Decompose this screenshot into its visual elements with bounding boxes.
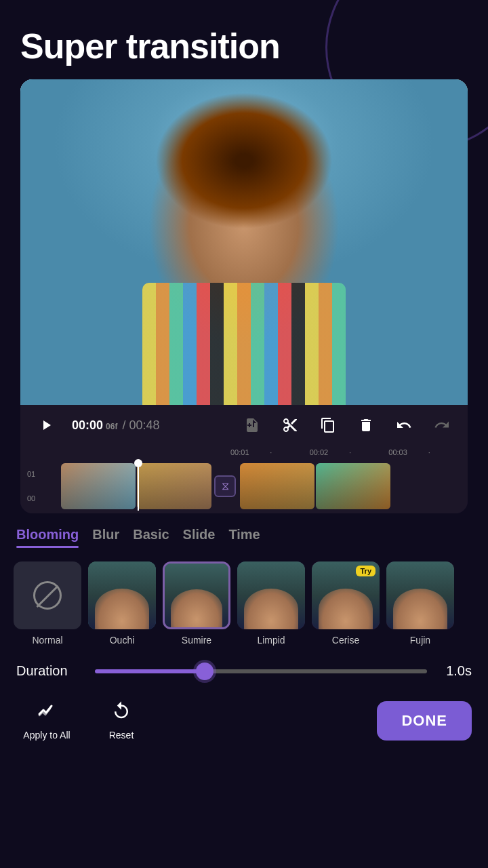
tab-blooming[interactable]: Blooming [16,527,79,548]
transition-limpid[interactable]: Limpid [237,561,305,646]
video-preview[interactable] [20,79,468,405]
transition-label-fujin: Fujin [410,635,430,646]
reset-label: Reset [109,730,134,741]
transitions-grid: Normal Ouchi Sumire Limpid Try Cerise F [0,555,488,652]
tab-basic[interactable]: Basic [133,527,169,548]
apply-all-label: Apply to All [23,730,70,741]
bottom-bar: Apply to All Reset DONE [0,690,488,751]
tab-time[interactable]: Time [228,527,260,548]
transition-cerise[interactable]: Try Cerise [312,561,380,646]
thumb-person-ouchi [88,561,156,629]
header: Super transition [0,0,488,79]
timeline-marker-2: 00:02 [310,448,349,456]
slider-track [95,669,427,673]
current-time: 00:00 [72,418,103,433]
copy-button[interactable] [316,413,340,437]
track-labels: 01 00 [20,462,61,511]
apply-all-button[interactable]: Apply to All [16,701,77,741]
clip-overlay-1 [61,463,136,509]
track-clips[interactable]: ⧖ [61,462,468,511]
timeline-ruler: 00:01 · 00:02 · 00:03 · [20,446,468,459]
add-clip-button[interactable] [240,413,264,437]
delete-button[interactable] [354,413,378,437]
reset-button[interactable]: Reset [91,701,152,741]
clip-overlay-2 [137,463,211,509]
transition-thumb-cerise: Try [312,561,380,629]
timeline: 00:01 · 00:02 · 00:03 · 01 00 [20,446,468,513]
done-button[interactable]: DONE [377,701,472,741]
transition-sumire[interactable]: Sumire [163,561,230,646]
reset-icon [111,701,131,726]
video-shirt [142,283,346,405]
playhead[interactable] [138,462,139,511]
transition-bowtie-icon: ⧖ [214,475,236,497]
no-filter-icon [33,581,62,610]
timeline-marker-3: 00:03 [388,448,428,456]
duration-slider[interactable] [95,669,427,673]
tab-blur[interactable]: Blur [92,527,119,548]
video-clip-3[interactable] [240,463,314,509]
transition-label-ouchi: Ouchi [110,635,135,646]
play-button[interactable] [34,413,58,437]
transition-thumb-ouchi [88,561,156,629]
try-badge-cerise: Try [356,566,375,576]
timeline-tracks: 01 00 ⧖ [20,459,468,513]
duration-label: Duration [16,663,84,679]
timecode: 00:00 06f / 00:48 [72,418,159,433]
video-hair [156,93,332,229]
transition-label-limpid: Limpid [257,635,285,646]
timeline-marker-dot-3: · [428,448,468,456]
transition-thumb-sumire [163,561,230,629]
timeline-marker-dot-1: · [270,448,309,456]
controls-bar: 00:00 06f / 00:48 [20,405,468,446]
thumb-person-limpid [237,561,305,629]
clip-overlay-3 [240,463,314,509]
duration-value: 1.0s [438,663,472,679]
clip-overlay-4 [316,463,390,509]
thumb-person-fujin [386,561,454,629]
duration-row: Duration 1.0s [0,652,488,690]
apply-all-icon [37,701,57,726]
transition-thumb-fujin [386,561,454,629]
video-container: 00:00 06f / 00:48 [20,79,468,513]
transition-normal[interactable]: Normal [14,561,81,646]
total-time: / 00:48 [119,418,159,433]
transition-label-sumire: Sumire [182,635,211,646]
cut-button[interactable] [278,413,302,437]
thumb-person-sumire [165,564,228,627]
track-label-01: 01 [27,470,54,478]
transition-clip-icon[interactable]: ⧖ [211,463,239,509]
page-title: Super transition [20,27,468,66]
undo-button[interactable] [392,413,416,437]
video-clip-4[interactable] [316,463,390,509]
track-label-00: 00 [27,494,54,502]
transition-fujin[interactable]: Fujin [386,561,454,646]
tab-slide[interactable]: Slide [183,527,216,548]
transition-ouchi[interactable]: Ouchi [88,561,156,646]
transition-thumb-normal [14,561,81,629]
transition-tabs: Blooming Blur Basic Slide Time [0,513,488,555]
redo-button[interactable] [430,413,454,437]
frame-number: 06f [106,422,117,431]
video-clip-2[interactable] [137,463,211,509]
timeline-marker-dot-2: · [349,448,388,456]
transition-label-normal: Normal [32,635,62,646]
video-clip-1[interactable] [61,463,136,509]
timeline-marker-1: 00:01 [230,448,270,456]
transition-label-cerise: Cerise [332,635,359,646]
transition-thumb-limpid [237,561,305,629]
slider-thumb[interactable] [196,663,214,680]
